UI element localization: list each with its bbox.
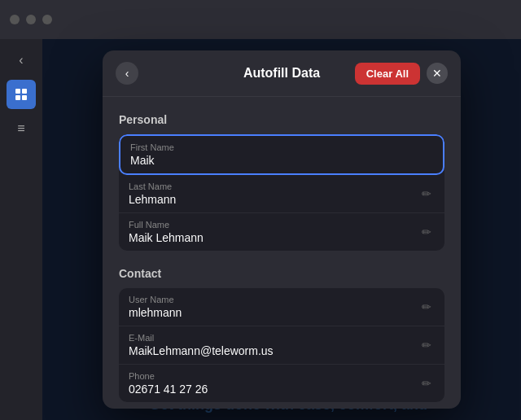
contact-section-label: Contact: [119, 267, 444, 280]
svg-rect-3: [22, 95, 27, 100]
last-name-edit-icon[interactable]: ✏: [418, 184, 435, 203]
close-icon: ✕: [432, 67, 442, 80]
field-content-username: User Name mlehmann: [129, 295, 418, 319]
full-name-label: Full Name: [129, 220, 418, 230]
email-label: E-Mail: [129, 333, 418, 343]
field-row-first-name[interactable]: First Name Maik: [119, 134, 444, 175]
personal-fields-group: First Name Maik Last Name Lehmann ✏: [119, 134, 444, 251]
field-content-first-name: First Name Maik: [130, 142, 433, 167]
sidebar-active-icon[interactable]: [7, 80, 36, 109]
sidebar-nav-icon: ‹: [7, 46, 36, 75]
svg-rect-1: [22, 89, 27, 94]
chrome-btn-3: [42, 15, 52, 24]
username-edit-icon[interactable]: ✏: [418, 297, 435, 317]
modal-title: Autofill Data: [243, 66, 320, 81]
field-row-full-name[interactable]: Full Name Maik Lehmann ✏: [119, 213, 444, 251]
back-icon: ‹: [125, 67, 129, 80]
first-name-label: First Name: [130, 142, 433, 152]
username-label: User Name: [129, 295, 418, 304]
field-row-username[interactable]: User Name mlehmann ✏: [119, 288, 444, 326]
modal-header: ‹ Autofill Data Clear All ✕: [103, 50, 461, 97]
field-content-full-name: Full Name Maik Lehmann: [129, 220, 418, 244]
last-name-value: Lehmann: [129, 193, 418, 206]
email-value: MaikLehmann@teleworm.us: [129, 344, 418, 357]
autofill-modal: ‹ Autofill Data Clear All ✕ Personal: [103, 50, 461, 409]
svg-rect-2: [15, 95, 20, 100]
full-name-edit-icon[interactable]: ✏: [418, 222, 435, 242]
svg-rect-0: [15, 89, 20, 94]
browser-chrome: [0, 0, 521, 39]
field-content-email: E-Mail MaikLehmann@teleworm.us: [129, 333, 418, 357]
field-row-phone[interactable]: Phone 02671 41 27 26 ✏: [119, 365, 444, 402]
personal-section-label: Personal: [119, 113, 444, 126]
phone-edit-icon[interactable]: ✏: [418, 374, 435, 393]
chrome-btn-1: [10, 15, 20, 24]
clear-all-button[interactable]: Clear All: [355, 63, 420, 85]
sidebar-menu-icon[interactable]: ≡: [7, 114, 36, 143]
field-row-last-name[interactable]: Last Name Lehmann ✏: [119, 175, 444, 213]
email-edit-icon[interactable]: ✏: [418, 335, 435, 355]
username-value: mlehmann: [129, 306, 418, 319]
first-name-value: Maik: [130, 154, 433, 167]
field-content-phone: Phone 02671 41 27 26: [129, 371, 418, 396]
chrome-btn-2: [26, 15, 36, 24]
modal-overlay: ‹ Autofill Data Clear All ✕ Personal: [42, 39, 521, 420]
phone-label: Phone: [129, 371, 418, 381]
contact-fields-group: User Name mlehmann ✏ E-Mail MaikLehmann@…: [119, 288, 444, 402]
sidebar: ‹ ≡: [0, 39, 42, 420]
last-name-label: Last Name: [129, 182, 418, 191]
header-actions: Clear All ✕: [355, 63, 448, 85]
modal-body: Personal First Name Maik Last Name Lehma…: [103, 97, 461, 409]
phone-value: 02671 41 27 26: [129, 383, 418, 396]
back-button[interactable]: ‹: [116, 62, 138, 85]
field-content-last-name: Last Name Lehmann: [129, 182, 418, 206]
field-row-email[interactable]: E-Mail MaikLehmann@teleworm.us ✏: [119, 326, 444, 365]
close-button[interactable]: ✕: [427, 63, 448, 84]
full-name-value: Maik Lehmann: [129, 231, 418, 244]
